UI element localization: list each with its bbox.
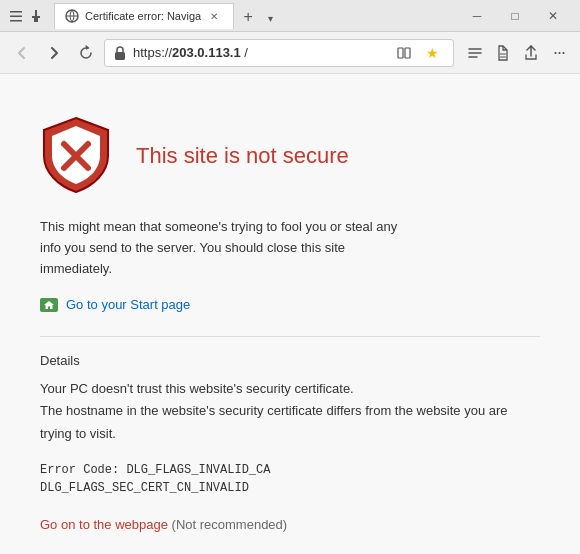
svg-rect-1 [10, 15, 22, 17]
maximize-button[interactable]: □ [496, 0, 534, 32]
tab-area: Certificate error: Naviga ✕ + ▾ [54, 3, 452, 29]
forward-button[interactable] [40, 39, 68, 67]
svg-rect-4 [32, 16, 40, 18]
notes-icon[interactable] [490, 40, 516, 66]
pin-icon[interactable] [28, 8, 44, 24]
share-icon[interactable] [518, 40, 544, 66]
back-button[interactable] [8, 39, 36, 67]
divider [40, 336, 540, 337]
go-anyway-section: Go on to the webpage (Not recommended) [40, 517, 540, 532]
more-button[interactable]: ··· [546, 40, 572, 66]
svg-rect-10 [405, 48, 410, 58]
toolbar-right: ··· [462, 40, 572, 66]
start-page-text: Go to your Start page [66, 297, 190, 312]
go-anyway-link[interactable]: Go on to the webpage [40, 517, 168, 532]
error-page-content: This site is not secure This might mean … [0, 74, 580, 554]
svg-rect-5 [34, 18, 38, 22]
favorites-icon[interactable] [462, 40, 488, 66]
tab-close-button[interactable]: ✕ [207, 9, 221, 23]
start-page-icon [40, 298, 58, 312]
svg-rect-9 [398, 48, 403, 58]
close-button[interactable]: ✕ [534, 0, 572, 32]
new-tab-button[interactable]: + [236, 5, 260, 29]
address-url[interactable]: https://203.0.113.1 / [133, 45, 385, 60]
error-title: This site is not secure [136, 143, 349, 169]
address-actions: ★ [391, 40, 445, 66]
tab-dropdown-button[interactable]: ▾ [260, 9, 280, 29]
titlebar-icons [8, 8, 44, 24]
tab-favicon [65, 9, 79, 23]
addressbar: https://203.0.113.1 / ★ ··· [0, 32, 580, 74]
detail-line1: Your PC doesn't trust this website's sec… [40, 378, 540, 444]
details-section: Details Your PC doesn't trust this websi… [40, 353, 540, 444]
shield-icon [40, 114, 112, 197]
reader-view-icon[interactable] [391, 40, 417, 66]
url-domain: 203.0.113.1 [172, 45, 241, 60]
favorites-star-icon[interactable]: ★ [419, 40, 445, 66]
svg-rect-8 [115, 52, 125, 60]
refresh-button[interactable] [72, 39, 100, 67]
minimize-button[interactable]: ─ [458, 0, 496, 32]
svg-rect-0 [10, 11, 22, 13]
lock-icon [113, 45, 127, 61]
tab-title: Certificate error: Naviga [85, 10, 201, 22]
not-recommended-text: (Not recommended) [168, 517, 287, 532]
window-controls: ─ □ ✕ [458, 0, 572, 32]
address-field[interactable]: https://203.0.113.1 / ★ [104, 39, 454, 67]
start-page-link[interactable]: Go to your Start page [40, 297, 540, 312]
error-header: This site is not secure [40, 114, 540, 197]
error-body: This might mean that someone's trying to… [40, 217, 540, 532]
svg-rect-2 [10, 20, 22, 22]
url-prefix: https:// [133, 45, 172, 60]
error-description: This might mean that someone's trying to… [40, 217, 420, 279]
settings-icon[interactable] [8, 8, 24, 24]
titlebar: Certificate error: Naviga ✕ + ▾ ─ □ ✕ [0, 0, 580, 32]
url-suffix: / [241, 45, 248, 60]
active-tab[interactable]: Certificate error: Naviga ✕ [54, 3, 234, 29]
error-code: Error Code: DLG_FLAGS_INVALID_CA DLG_FLA… [40, 461, 540, 497]
details-heading: Details [40, 353, 540, 368]
